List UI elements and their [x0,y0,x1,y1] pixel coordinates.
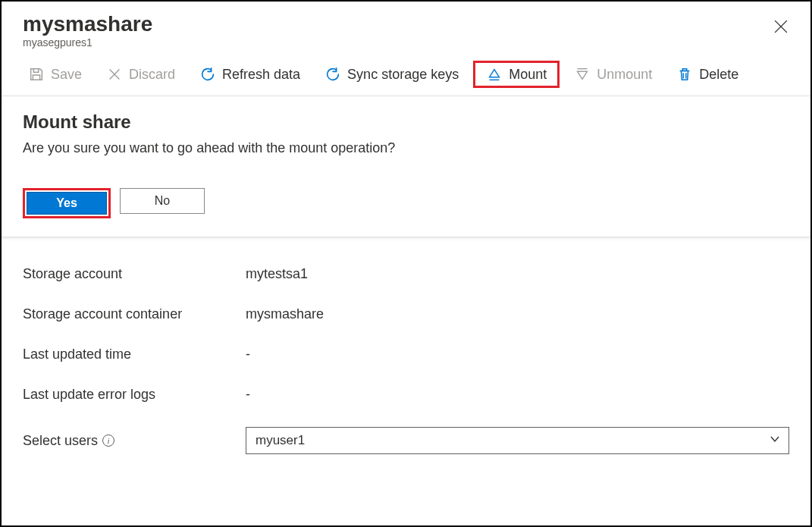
refresh-label: Refresh data [222,67,300,83]
close-icon [774,20,788,33]
mount-dialog-title: Mount share [23,111,789,133]
delete-icon [676,66,693,83]
refresh-button[interactable]: Refresh data [190,61,310,88]
mount-button[interactable]: Mount [473,61,560,88]
storage-account-row: Storage account mytestsa1 [23,254,789,294]
error-logs-value: - [246,387,789,403]
close-button[interactable] [773,18,789,35]
select-users-value: myuser1 [256,433,305,448]
sync-button[interactable]: Sync storage keys [315,61,469,88]
select-users-dropdown[interactable]: myuser1 [246,427,789,454]
no-button[interactable]: No [120,188,205,214]
discard-icon [106,66,123,83]
yes-button-highlight: Yes [23,188,111,218]
discard-button: Discard [96,61,185,88]
page-title: mysmashare [23,12,789,36]
mount-icon [486,66,503,83]
refresh-icon [199,66,216,83]
panel-header: mysmashare myasegpures1 [2,2,810,50]
container-value: mysmashare [246,306,789,322]
mount-confirm-panel: Mount share Are you sure you want to go … [2,96,810,237]
container-row: Storage account container mysmashare [23,294,789,334]
yes-button[interactable]: Yes [27,192,107,215]
discard-label: Discard [129,67,175,83]
error-logs-label: Last update error logs [23,387,246,403]
mount-dialog-question: Are you sure you want to go ahead with t… [23,140,789,156]
last-updated-row: Last updated time - [23,334,789,375]
toolbar: Save Discard Refresh data Sync storage k… [2,50,810,96]
save-button: Save [18,61,92,88]
details-section: Storage account mytestsa1 Storage accoun… [2,237,810,466]
save-icon [28,66,45,83]
select-users-row: Select users i myuser1 [23,415,789,466]
select-users-label-text: Select users [23,433,98,449]
select-users-label: Select users i [23,433,246,449]
chevron-down-icon [769,433,781,449]
page-subtitle: myasegpures1 [23,36,789,49]
sync-icon [324,66,341,83]
last-updated-value: - [246,347,789,362]
delete-button[interactable]: Delete [666,61,748,88]
save-label: Save [51,67,82,83]
unmount-label: Unmount [597,67,652,83]
delete-label: Delete [699,67,738,83]
container-label: Storage account container [23,306,246,322]
dialog-buttons: Yes No [23,188,789,218]
storage-account-label: Storage account [23,266,246,282]
mount-label: Mount [509,67,547,83]
sync-label: Sync storage keys [347,67,459,83]
unmount-icon [574,66,591,83]
last-updated-label: Last updated time [23,347,246,362]
storage-account-value: mytestsa1 [246,266,789,282]
unmount-button: Unmount [564,61,662,88]
error-logs-row: Last update error logs - [23,375,789,415]
info-icon[interactable]: i [102,434,114,447]
